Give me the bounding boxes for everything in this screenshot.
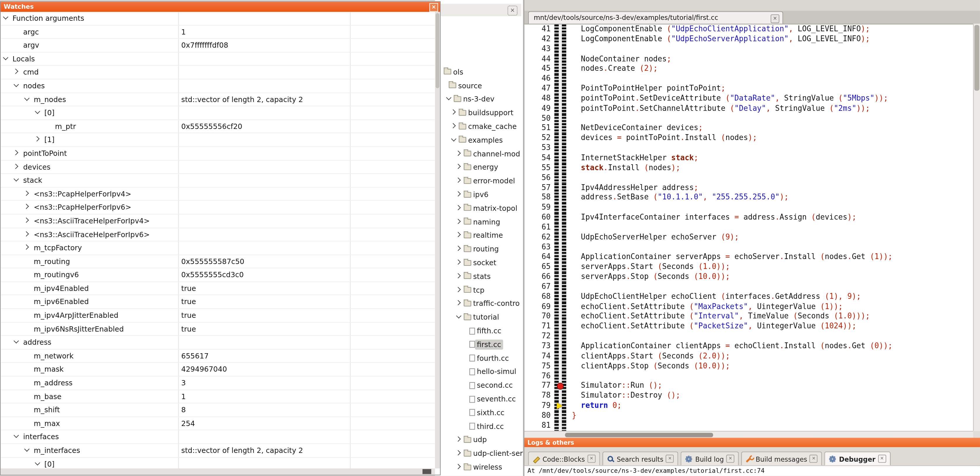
breakpoint-margin[interactable] (554, 421, 566, 431)
watch-row[interactable]: m_mask4294967040 (1, 363, 435, 377)
close-icon[interactable]: × (726, 455, 735, 463)
breakpoint-margin[interactable] (554, 143, 566, 153)
breakpoint-margin[interactable] (554, 64, 566, 74)
line-number[interactable]: 42 (525, 34, 555, 44)
line-number[interactable]: 65 (525, 262, 555, 272)
watch-row[interactable]: interfaces (1, 431, 435, 444)
collapse-icon[interactable] (14, 83, 20, 89)
breakpoint-margin[interactable] (554, 54, 566, 64)
tree-item[interactable]: naming (435, 215, 523, 228)
collapse-icon[interactable] (14, 434, 20, 440)
line-number[interactable]: 52 (525, 133, 555, 143)
breakpoint-margin[interactable] (554, 94, 566, 104)
line-number[interactable]: 57 (525, 183, 555, 193)
expand-icon[interactable] (456, 437, 462, 443)
breakpoint-margin[interactable] (554, 163, 566, 173)
breakpoint-margin[interactable] (554, 292, 566, 302)
breakpoint-margin[interactable] (554, 361, 566, 371)
watch-row[interactable]: address (1, 336, 435, 350)
breakpoint-margin[interactable] (554, 104, 566, 114)
line-number[interactable]: 69 (525, 302, 555, 311)
line-number[interactable]: 55 (525, 163, 555, 173)
scrollbar-thumb[interactable] (974, 25, 979, 91)
line-number[interactable]: 77 (525, 381, 555, 391)
tree-item[interactable]: source (435, 79, 523, 93)
line-number[interactable]: 51 (525, 123, 555, 133)
line-number[interactable]: 53 (525, 143, 555, 153)
close-button[interactable]: × (508, 6, 517, 16)
line-number[interactable]: 47 (525, 84, 555, 94)
watch-row[interactable]: m_routingv60x5555555cd3c0 (1, 268, 435, 282)
line-number[interactable]: 41 (525, 24, 555, 34)
breakpoint-margin[interactable] (554, 173, 566, 183)
breakpoint-margin[interactable] (554, 153, 566, 163)
breakpoint-margin[interactable] (554, 74, 566, 84)
line-number[interactable]: 48 (525, 94, 555, 104)
scrollbar-vertical[interactable] (435, 12, 440, 468)
breakpoint-margin[interactable] (554, 391, 566, 401)
tree-item[interactable]: energy (435, 161, 523, 174)
line-number[interactable]: 70 (525, 311, 555, 322)
watch-row[interactable]: nodes (1, 80, 435, 93)
collapse-icon[interactable] (14, 339, 20, 345)
line-number[interactable]: 64 (525, 252, 555, 262)
line-number[interactable]: 50 (525, 113, 555, 123)
watch-row[interactable]: <ns3::AsciiTraceHelperForIpv6> (1, 228, 435, 241)
expand-icon[interactable] (456, 464, 462, 470)
breakpoint-margin[interactable] (554, 401, 566, 411)
breakpoint-margin[interactable] (554, 183, 566, 193)
expand-icon[interactable] (456, 192, 462, 198)
line-number[interactable]: 71 (525, 322, 555, 332)
expand-icon[interactable] (456, 178, 462, 184)
breakpoint-margin[interactable] (554, 302, 566, 311)
close-icon[interactable]: × (810, 455, 818, 463)
line-number[interactable]: 73 (525, 342, 555, 351)
close-icon[interactable]: × (587, 455, 595, 463)
watch-row[interactable]: devices (1, 161, 435, 174)
line-number[interactable]: 60 (525, 212, 555, 222)
tree-item[interactable]: realtime (435, 228, 523, 243)
breakpoint-margin[interactable] (554, 262, 566, 272)
breakpoint-margin[interactable] (554, 411, 566, 421)
watch-row[interactable]: m_max254 (1, 417, 435, 430)
tree-item[interactable]: buildsupport (435, 106, 523, 120)
breakpoint-margin[interactable] (554, 113, 566, 123)
breakpoint-margin[interactable] (554, 193, 566, 203)
breakpoint-margin[interactable] (554, 371, 566, 381)
breakpoint-margin[interactable] (554, 212, 566, 222)
tree-item[interactable]: tcp (435, 283, 523, 297)
tree-item[interactable]: seventh.cc (435, 392, 523, 406)
tree-item[interactable]: routing (435, 243, 523, 256)
expand-icon[interactable] (14, 69, 20, 75)
watch-row[interactable]: Function arguments (1, 12, 435, 26)
breakpoint-margin[interactable] (554, 133, 566, 143)
watch-row[interactable]: m_base1 (1, 390, 435, 404)
tree-item[interactable]: fourth.cc (435, 351, 523, 365)
line-number[interactable]: 80 (525, 411, 555, 421)
expand-icon[interactable] (456, 150, 462, 157)
watch-row[interactable]: Locals (1, 52, 435, 66)
expand-icon[interactable] (24, 245, 30, 251)
line-number[interactable]: 45 (525, 64, 555, 74)
watch-row[interactable]: [1] (1, 133, 435, 147)
tree-item[interactable]: socket (435, 256, 523, 270)
collapse-icon[interactable] (35, 110, 41, 116)
tree-item[interactable]: channel-mod (435, 147, 523, 161)
line-number[interactable]: 76 (525, 371, 555, 381)
line-number[interactable]: 59 (525, 203, 555, 212)
expand-icon[interactable] (24, 217, 30, 224)
collapse-icon[interactable] (24, 96, 30, 102)
watch-row[interactable]: m_ipv6Enabledtrue (1, 296, 435, 309)
collapse-icon[interactable] (3, 15, 10, 21)
breakpoint-margin[interactable] (554, 84, 566, 94)
watches-window[interactable]: Watches × Function argumentsargc1argv0x7… (0, 1, 441, 475)
watch-row[interactable]: m_nodesstd::vector of length 2, capacity… (1, 93, 435, 106)
line-number[interactable]: 62 (525, 232, 555, 243)
code-area[interactable]: 41 LogComponentEnable ("UdpEchoClientApp… (525, 24, 973, 431)
line-number[interactable]: 43 (525, 44, 555, 54)
tree-item[interactable]: udp (435, 433, 523, 447)
line-number[interactable]: 81 (525, 421, 555, 431)
expand-icon[interactable] (24, 231, 30, 237)
line-number[interactable]: 44 (525, 54, 555, 64)
watch-row[interactable]: <ns3::AsciiTraceHelperForIpv4> (1, 214, 435, 228)
